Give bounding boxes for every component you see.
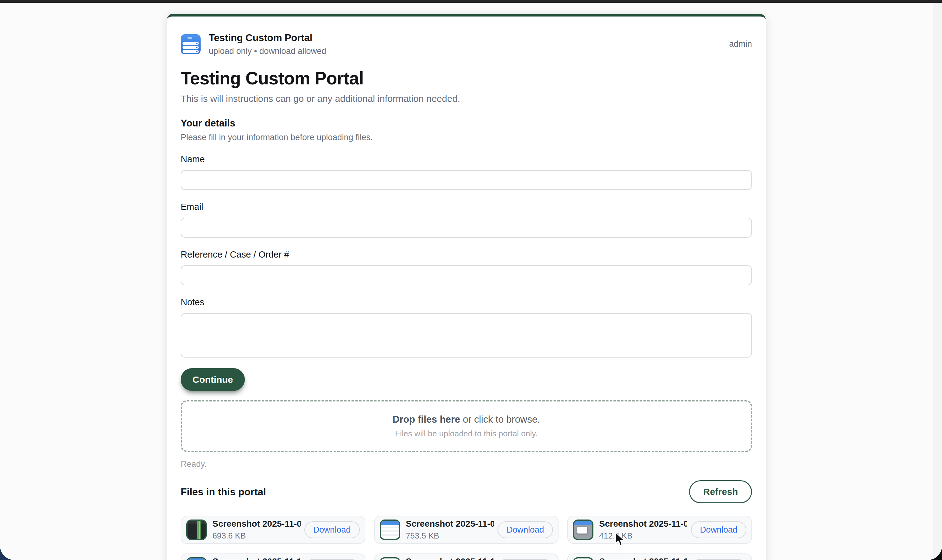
name-label: Name <box>181 154 752 165</box>
file-size: 753.5 KB <box>406 531 494 541</box>
file-info: Screenshot 2025-11-0… 693.6 KB <box>212 519 301 541</box>
file-thumbnail <box>186 557 207 560</box>
file-name: Screenshot 2025-11-1… <box>406 557 494 560</box>
files-section-title: Files in this portal <box>181 486 266 498</box>
file-thumbnail <box>573 557 593 560</box>
file-name: Screenshot 2025-11-1… <box>212 557 301 560</box>
dropzone-rest-text: or click to browse. <box>460 414 540 425</box>
file-grid: Screenshot 2025-11-0… 693.6 KB Download … <box>181 516 752 560</box>
file-name: Screenshot 2025-11-1… <box>599 557 687 560</box>
header-title: Testing Custom Portal <box>209 32 326 44</box>
name-input[interactable] <box>181 170 752 190</box>
file-thumbnail: Assets <box>380 557 400 560</box>
continue-button[interactable]: Continue <box>181 368 245 391</box>
window-top-edge <box>0 0 942 3</box>
file-name: Screenshot 2025-11-0… <box>599 519 687 529</box>
reference-field-group: Reference / Case / Order # <box>181 249 752 285</box>
file-info: Screenshot 2025-11-0… 753.5 KB <box>406 519 494 541</box>
portal-header: Testing Custom Portal upload only • down… <box>181 32 752 56</box>
file-info: Screenshot 2025-11-1… 129.8 KB <box>599 557 687 560</box>
header-text: Testing Custom Portal upload only • down… <box>209 32 326 56</box>
upload-status-text: Ready. <box>181 459 752 469</box>
archive-slot <box>183 42 199 45</box>
page-title: Testing Custom Portal <box>181 68 752 88</box>
email-label: Email <box>181 202 752 212</box>
archive-slot <box>183 50 199 53</box>
user-label: admin <box>729 39 752 49</box>
file-card: Screenshot 2025-11-0… 693.6 KB Download <box>181 516 365 544</box>
dropzone-bold-text: Drop files here <box>392 414 460 425</box>
notes-textarea[interactable] <box>181 313 752 358</box>
notes-label: Notes <box>181 297 752 308</box>
page-description: This is will instructions can go or any … <box>181 94 752 104</box>
reference-label: Reference / Case / Order # <box>181 249 752 260</box>
scrollbar-gutter[interactable] <box>933 3 942 560</box>
portal-card: Testing Custom Portal upload only • down… <box>167 14 766 560</box>
file-card: Screenshot 2025-11-1… 477.1 KB Download <box>181 554 365 560</box>
download-button[interactable]: Download <box>691 522 747 538</box>
file-thumbnail <box>380 520 400 540</box>
archive-box-icon <box>181 34 201 54</box>
archive-slot <box>183 46 199 49</box>
refresh-button[interactable]: Refresh <box>689 480 752 503</box>
file-info: Screenshot 2025-11-1… 477.1 KB <box>212 557 301 560</box>
file-thumbnail <box>186 520 207 540</box>
file-card: Assets Screenshot 2025-11-1… 10.1 KB Dow… <box>374 554 559 560</box>
file-card: Screenshot 2025-11-0… 412.9 KB Download <box>567 516 752 544</box>
file-dropzone[interactable]: Drop files here or click to browse. File… <box>181 400 752 452</box>
name-field-group: Name <box>181 154 752 190</box>
file-info: Screenshot 2025-11-0… 412.9 KB <box>599 519 687 541</box>
file-thumbnail <box>573 520 593 540</box>
files-section-header: Files in this portal Refresh <box>181 480 752 503</box>
notes-field-group: Notes <box>181 297 752 359</box>
file-size: 412.9 KB <box>599 531 687 541</box>
email-field-group: Email <box>181 202 752 238</box>
email-input[interactable] <box>181 218 752 238</box>
mouse-cursor-arrow <box>614 532 628 547</box>
file-name: Screenshot 2025-11-0… <box>406 519 494 529</box>
details-section-title: Your details <box>181 118 752 129</box>
file-size: 693.6 KB <box>212 531 301 541</box>
download-button[interactable]: Download <box>497 522 553 538</box>
portal-page: Testing Custom Portal upload only • down… <box>0 3 942 560</box>
file-card: Screenshot 2025-11-1… 129.8 KB Download <box>567 554 752 560</box>
file-info: Screenshot 2025-11-1… 10.1 KB <box>406 557 494 560</box>
dropzone-subtext: Files will be uploaded to this portal on… <box>395 429 538 438</box>
dropzone-main-text: Drop files here or click to browse. <box>392 414 540 425</box>
download-button[interactable]: Download <box>304 522 360 538</box>
reference-input[interactable] <box>181 265 752 285</box>
header-permissions-meta: upload only • download allowed <box>209 46 326 56</box>
file-card: Screenshot 2025-11-0… 753.5 KB Download <box>374 516 559 544</box>
details-section-subtitle: Please fill in your information before u… <box>181 133 752 142</box>
file-name: Screenshot 2025-11-0… <box>212 519 301 529</box>
